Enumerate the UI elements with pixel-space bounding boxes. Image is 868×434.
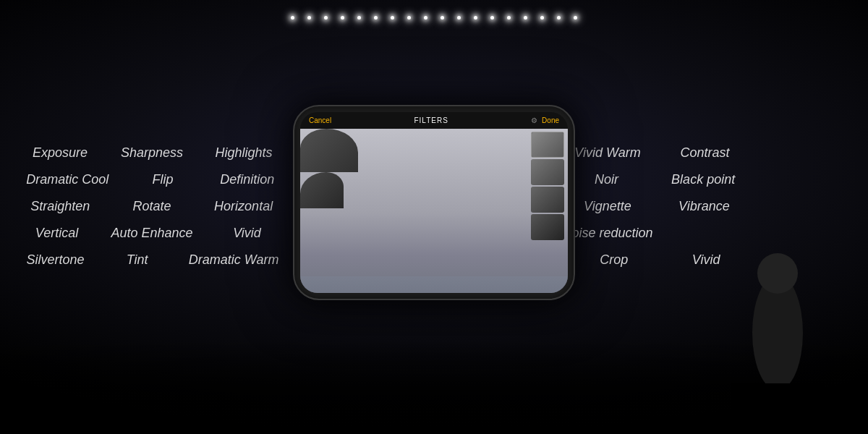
phone-title: FILTERS — [414, 116, 448, 124]
feature-horizontal: Horizontal — [208, 195, 280, 218]
left-features-panel: Exposure Sharpness Highlights Dramatic C… — [14, 141, 289, 275]
photo-display — [303, 132, 524, 293]
filter-thumb-3[interactable] — [531, 187, 564, 213]
feature-vibrance: Vibrance — [668, 195, 740, 218]
light-13 — [490, 16, 494, 20]
light-6 — [374, 16, 378, 20]
light-17 — [557, 16, 561, 20]
feature-contrast: Contrast — [669, 141, 741, 165]
feature-exposure: Exposure — [24, 141, 96, 165]
feature-vertical: Vertical — [20, 221, 93, 245]
feature-flip: Flip — [127, 168, 199, 192]
feature-row-2: Dramatic Cool Flip Definition — [14, 168, 289, 192]
photo-rock-2 — [303, 172, 344, 208]
phone-cancel-button[interactable]: Cancel — [309, 116, 331, 124]
stage: Exposure Sharpness Highlights Dramatic C… — [0, 0, 868, 434]
feature-row-4: Vertical Auto Enhance Vivid — [14, 221, 289, 245]
light-8 — [407, 16, 411, 20]
light-12 — [474, 16, 477, 20]
light-16 — [540, 16, 544, 20]
light-11 — [457, 16, 461, 20]
settings-icon: ⚙ — [531, 116, 537, 124]
filter-thumb-1[interactable] — [531, 132, 564, 158]
phone-content: ✦ ⬛ ◈ — [300, 129, 568, 293]
light-5 — [357, 16, 361, 20]
light-18 — [574, 16, 577, 20]
ceiling-lights — [0, 0, 868, 58]
phone-header: Cancel FILTERS ⚙ Done — [300, 112, 568, 129]
phone-done-button[interactable]: Done — [542, 116, 559, 124]
svg-point-1 — [757, 253, 798, 294]
feature-dramatic-warm: Dramatic Warm — [183, 248, 285, 272]
feature-tint: Tint — [101, 248, 174, 272]
feature-black-point: Black point — [665, 168, 741, 192]
phone-device: Cancel FILTERS ⚙ Done — [293, 105, 575, 300]
feature-auto-enhance: Auto Enhance — [105, 221, 198, 245]
feature-row-5: Silvertone Tint Dramatic Warm — [14, 248, 289, 272]
light-3 — [324, 16, 328, 20]
feature-sharpness: Sharpness — [115, 141, 189, 165]
feature-noir: Noir — [570, 168, 642, 192]
photo-rock-1 — [303, 132, 358, 172]
photo-scene-background — [303, 132, 524, 293]
filter-thumb-4[interactable] — [531, 214, 564, 240]
feature-silvertone: Silvertone — [20, 248, 92, 272]
svg-rect-2 — [731, 383, 825, 434]
light-9 — [424, 16, 427, 20]
feature-row-3: Straighten Rotate Horizontal — [14, 195, 289, 218]
feature-definition: Definition — [211, 168, 284, 192]
feature-rotate: Rotate — [116, 195, 188, 218]
feature-vivid: Vivid — [211, 221, 284, 245]
feature-vignette: Vignette — [571, 195, 644, 218]
feature-straighten: Straighten — [24, 195, 96, 218]
feature-vivid-warm: Vivid Warm — [569, 141, 646, 165]
photo-water — [303, 276, 524, 293]
feature-row-1: Exposure Sharpness Highlights — [14, 141, 289, 165]
feature-crop: Crop — [578, 248, 650, 272]
phone-screen: Cancel FILTERS ⚙ Done — [300, 112, 568, 293]
feature-highlights: Highlights — [208, 141, 280, 165]
phone-mockup: Cancel FILTERS ⚙ Done — [293, 105, 575, 300]
light-7 — [391, 16, 394, 20]
light-1 — [291, 16, 294, 20]
light-2 — [307, 16, 311, 20]
light-4 — [341, 16, 344, 20]
light-14 — [507, 16, 511, 20]
light-15 — [524, 16, 527, 20]
filter-thumb-2[interactable] — [531, 159, 564, 185]
feature-dramatic-cool: Dramatic Cool — [20, 168, 114, 192]
light-10 — [441, 16, 444, 20]
presenter-silhouette — [731, 239, 825, 434]
